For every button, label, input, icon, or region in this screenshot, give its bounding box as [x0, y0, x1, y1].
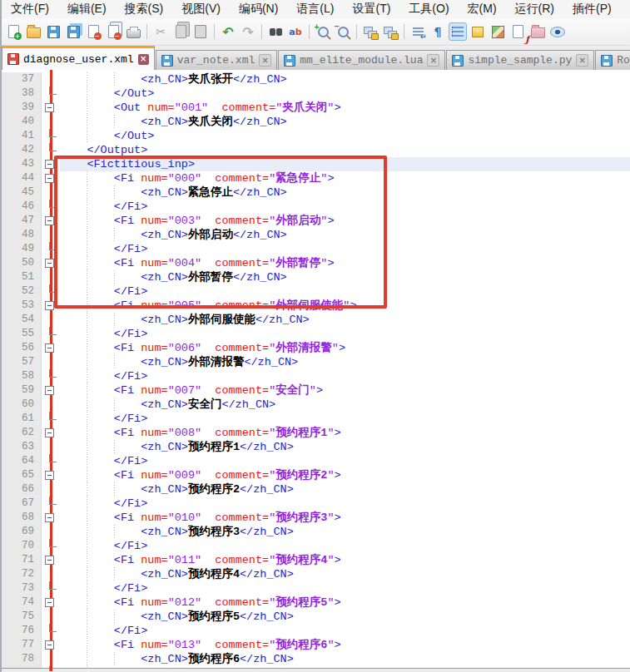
close-all-icon[interactable]: − — [104, 22, 122, 41]
menu-item-8[interactable]: 宏(M) — [459, 0, 506, 18]
menu-item-0[interactable]: 文件(F) — [2, 0, 58, 18]
code-text[interactable]: <Fi num="004" comment="外部暂停"> — [60, 256, 630, 270]
undo-icon[interactable]: ↶ — [219, 22, 237, 41]
tab-diagnose_user.xml[interactable]: diagnose_user.xml× — [2, 46, 155, 70]
tab-close-icon[interactable]: × — [427, 54, 439, 67]
print-icon[interactable] — [124, 22, 142, 41]
fold-collapse-icon[interactable] — [45, 598, 54, 607]
show-all-characters-icon[interactable]: ¶ — [429, 22, 447, 41]
menu-item-11[interactable]: 窗 — [621, 0, 630, 18]
code-line-39[interactable]: 39<Out num="001" comment="夹爪关闭"> — [2, 101, 630, 115]
code-line-67[interactable]: 67</Fi> — [2, 497, 630, 511]
code-line-71[interactable]: 71<Fi num="011" comment="预约程序4"> — [2, 553, 630, 567]
code-line-66[interactable]: 66<zh_CN>预约程序2</zh_CN> — [2, 482, 630, 497]
code-line-51[interactable]: 51<zh_CN>外部暂停</zh_CN> — [2, 270, 630, 284]
code-text[interactable]: </Fi> — [60, 369, 630, 383]
code-line-69[interactable]: 69<zh_CN>预约程序3</zh_CN> — [2, 525, 630, 539]
code-text[interactable]: <Fi num="008" comment="预约程序1"> — [60, 426, 630, 440]
code-text[interactable]: <zh_CN>外部启动</zh_CN> — [60, 228, 630, 242]
code-text[interactable]: <Fi num="012" comment="预约程序5"> — [60, 595, 630, 610]
code-text[interactable]: <Fi num="003" comment="外部启动"> — [60, 214, 630, 228]
code-line-44[interactable]: 44<Fi num="000" comment="紧急停止"> — [2, 171, 630, 185]
code-text[interactable]: <Fi num="006" comment="外部清报警"> — [60, 341, 630, 355]
tab-simple_sample.py[interactable]: simple_sample.py× — [446, 50, 594, 70]
code-text[interactable]: <Fi num="009" comment="预约程序2"> — [60, 468, 630, 482]
fold-collapse-icon[interactable] — [45, 174, 54, 183]
fold-collapse-icon[interactable] — [45, 343, 54, 353]
find-icon[interactable] — [266, 22, 285, 41]
code-text[interactable]: </Out> — [60, 86, 630, 101]
close-icon[interactable]: − — [84, 22, 102, 41]
fold-collapse-icon[interactable] — [45, 471, 54, 480]
code-line-65[interactable]: 65<Fi num="009" comment="预约程序2"> — [2, 468, 630, 482]
code-text[interactable]: <Fi num="010" comment="预约程序3"> — [60, 511, 630, 525]
code-text[interactable]: <zh_CN>预约程序5</zh_CN> — [60, 610, 630, 624]
tab-close-icon[interactable]: × — [576, 54, 588, 67]
code-text[interactable]: <Out num="001" comment="夹爪关闭"> — [60, 101, 630, 115]
code-text[interactable]: </Fi> — [60, 624, 630, 638]
menu-item-10[interactable]: 插件(P) — [563, 0, 621, 18]
fold-collapse-icon[interactable] — [45, 301, 54, 310]
cut-icon[interactable]: ✂ — [151, 22, 170, 41]
code-line-73[interactable]: 73</Fi> — [2, 581, 630, 595]
code-line-58[interactable]: 58</Fi> — [2, 369, 630, 383]
code-text[interactable]: </Fi> — [60, 412, 630, 426]
code-text[interactable]: </Fi> — [60, 284, 630, 299]
code-line-42[interactable]: 42</Output> — [2, 143, 630, 157]
save-icon[interactable] — [44, 22, 62, 41]
zoom-in-icon[interactable]: + — [314, 22, 332, 41]
code-text[interactable]: </Fi> — [60, 497, 630, 511]
code-line-47[interactable]: 47<Fi num="003" comment="外部启动"> — [2, 214, 630, 228]
code-line-59[interactable]: 59<Fi num="007" comment="安全门"> — [2, 383, 630, 398]
fold-collapse-icon[interactable] — [45, 513, 54, 522]
code-text[interactable]: <zh_CN>预约程序2</zh_CN> — [60, 482, 630, 497]
menu-item-7[interactable]: 工具(O) — [399, 0, 458, 18]
code-line-46[interactable]: 46</Fi> — [2, 200, 630, 214]
fold-collapse-icon[interactable] — [45, 640, 54, 650]
code-line-50[interactable]: 50<Fi num="004" comment="外部暂停"> — [2, 256, 630, 270]
fold-collapse-icon[interactable] — [45, 160, 54, 169]
code-text[interactable]: <Fi num="005" comment="外部伺服使能"> — [60, 299, 630, 313]
code-text[interactable]: </Output> — [60, 143, 630, 157]
folder-as-workspace-icon[interactable] — [528, 22, 547, 41]
code-text[interactable]: <Fi num="011" comment="预约程序4"> — [60, 553, 630, 567]
code-text[interactable]: </Fi> — [60, 200, 630, 214]
code-text[interactable]: </Fi> — [60, 454, 630, 468]
fold-collapse-icon[interactable] — [45, 216, 54, 225]
code-text[interactable]: </Fi> — [60, 327, 630, 341]
tab-Rob[interactable]: Rob — [595, 50, 630, 70]
tab-close-icon[interactable]: × — [259, 54, 271, 67]
zoom-out-icon[interactable]: − — [334, 22, 352, 41]
code-line-52[interactable]: 52</Fi> — [2, 284, 630, 299]
code-text[interactable]: <zh_CN>夹爪关闭</zh_CN> — [60, 115, 630, 129]
code-line-53[interactable]: 53<Fi num="005" comment="外部伺服使能"> — [2, 299, 630, 313]
tab-mm_elite_module.lua[interactable]: mm_elite_module.lua× — [278, 50, 445, 70]
code-line-76[interactable]: 76</Fi> — [2, 624, 630, 638]
code-text[interactable]: <zh_CN>预约程序4</zh_CN> — [60, 567, 630, 581]
code-text[interactable]: <zh_CN>外部伺服使能</zh_CN> — [60, 313, 630, 327]
show-indent-guide-icon[interactable] — [449, 22, 467, 41]
code-line-78[interactable]: 78<zh_CN>预约程序6</zh_CN> — [2, 652, 630, 666]
menu-item-3[interactable]: 视图(V) — [172, 0, 230, 18]
code-text[interactable]: <zh_CN>预约程序3</zh_CN> — [60, 525, 630, 539]
menu-item-1[interactable]: 编辑(E) — [58, 0, 116, 18]
code-text[interactable]: <zh_CN>安全门</zh_CN> — [60, 398, 630, 412]
menu-item-9[interactable]: 运行(R) — [506, 0, 563, 18]
paste-icon[interactable] — [191, 22, 210, 41]
menu-item-5[interactable]: 语言(L) — [287, 0, 343, 18]
code-text[interactable]: <zh_CN>外部暂停</zh_CN> — [60, 270, 630, 284]
shortcut-window-icon[interactable] — [469, 22, 487, 41]
fold-collapse-icon[interactable] — [45, 103, 54, 112]
code-text[interactable]: <zh_CN>预约程序1</zh_CN> — [60, 440, 630, 454]
code-line-60[interactable]: 60<zh_CN>安全门</zh_CN> — [2, 398, 630, 412]
code-line-64[interactable]: 64</Fi> — [2, 454, 630, 468]
monitoring-eye-icon[interactable] — [548, 22, 567, 41]
fold-collapse-icon[interactable] — [45, 428, 54, 437]
code-line-77[interactable]: 77<Fi num="013" comment="预约程序6"> — [2, 638, 630, 652]
code-text[interactable]: <Fictitious_inp> — [60, 157, 630, 171]
editor-area[interactable]: 37<zh_CN>夹爪张开</zh_CN>38</Out>39<Out num=… — [2, 70, 630, 671]
code-text[interactable]: </Out> — [60, 129, 630, 143]
open-file-icon[interactable] — [24, 22, 42, 41]
new-file-icon[interactable]: + — [4, 22, 22, 41]
tab-close-icon[interactable]: × — [138, 54, 149, 65]
